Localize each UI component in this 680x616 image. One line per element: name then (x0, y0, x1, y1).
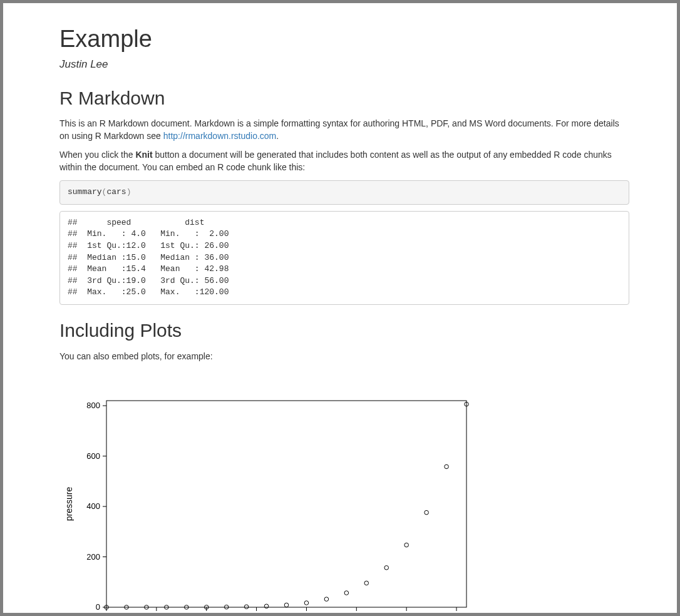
y-tick-label: 800 (86, 401, 100, 410)
document-content: Example Justin Lee R Markdown This is an… (59, 22, 629, 613)
data-point (304, 600, 309, 605)
code-text: cars (106, 187, 126, 197)
knit-label: Knit (135, 150, 152, 160)
y-axis-label: pressure (64, 486, 74, 521)
data-point (324, 597, 329, 601)
y-tick-label: 200 (86, 552, 100, 561)
page-title: Example (59, 22, 629, 56)
data-point (364, 581, 369, 585)
y-tick-label: 400 (86, 501, 100, 511)
r-code-block: summary(cars) (59, 180, 629, 205)
data-point (425, 510, 429, 515)
paren-icon: ) (126, 187, 131, 197)
r-output-block: ## speed dist ## Min. : 4.0 Min. : 2.00 … (59, 211, 629, 305)
plots-paragraph: You can also embed plots, for example: (59, 351, 629, 363)
section-heading-plots: Including Plots (59, 317, 629, 344)
text-span: . (276, 131, 279, 141)
y-tick-label: 0 (96, 602, 100, 612)
y-tick-label: 600 (86, 451, 100, 460)
data-point (284, 603, 289, 607)
intro-paragraph-1: This is an R Markdown document. Markdown… (59, 118, 629, 143)
data-point (384, 565, 389, 570)
text-span: When you click the (59, 150, 135, 160)
text-span: This is an R Markdown document. Markdown… (59, 118, 619, 141)
code-text: summary (68, 187, 102, 197)
section-heading-rmarkdown: R Markdown (59, 85, 629, 112)
document-page: Example Justin Lee R Markdown This is an… (3, 3, 677, 613)
data-point (445, 465, 449, 469)
intro-paragraph-2: When you click the Knit button a documen… (59, 149, 629, 174)
data-point (344, 590, 349, 595)
pressure-plot: 0501001502002503003500200400600800pressu… (59, 382, 479, 613)
plot-frame (106, 401, 466, 607)
data-point (404, 543, 409, 547)
data-point (244, 605, 249, 609)
author-name: Justin Lee (59, 57, 629, 72)
plot-container: 0501001502002503003500200400600800pressu… (59, 382, 629, 613)
rmarkdown-link[interactable]: http://rmarkdown.rstudio.com (163, 131, 277, 141)
data-point (264, 604, 269, 608)
